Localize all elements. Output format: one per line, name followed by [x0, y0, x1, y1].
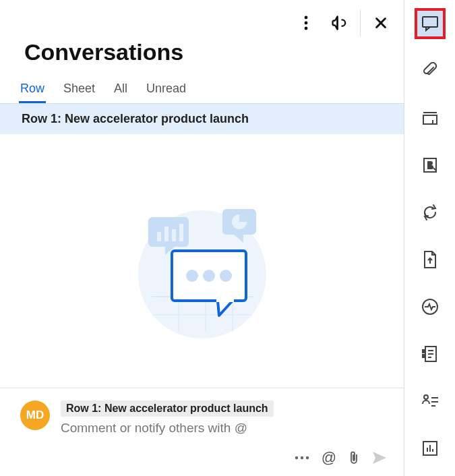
svg-rect-10 — [172, 229, 176, 241]
summary-icon — [421, 345, 439, 363]
svg-rect-11 — [179, 224, 183, 241]
sidebar-resource-button[interactable] — [415, 386, 446, 417]
chart-icon — [421, 440, 439, 457]
tab-unread[interactable]: Unread — [146, 78, 186, 102]
svg-rect-33 — [423, 115, 437, 124]
sidebar-activity-button[interactable] — [415, 291, 446, 322]
selected-row-banner[interactable]: Row 1: New accelerator product launch — [0, 103, 404, 134]
upload-file-icon — [422, 250, 438, 269]
svg-point-23 — [186, 270, 198, 282]
tab-sheet[interactable]: Sheet — [63, 78, 95, 102]
sidebar-summary-button[interactable] — [415, 338, 446, 369]
svg-point-0 — [305, 16, 308, 20]
sidebar-comments-button[interactable] — [415, 8, 446, 39]
attach-file-button[interactable] — [348, 450, 359, 465]
svg-point-24 — [203, 270, 215, 282]
mention-button[interactable]: @ — [322, 449, 336, 467]
svg-rect-9 — [164, 227, 169, 241]
svg-rect-8 — [157, 232, 161, 241]
activity-icon — [421, 298, 439, 316]
kebab-icon — [304, 16, 308, 30]
composer-more-button[interactable] — [295, 455, 309, 460]
send-icon — [371, 450, 388, 465]
svg-rect-30 — [423, 17, 437, 27]
sidebar-attachments-button[interactable] — [415, 55, 446, 86]
sidebar-upload-button[interactable] — [415, 244, 446, 275]
empty-conversation-illustration — [118, 183, 286, 352]
svg-point-43 — [424, 395, 428, 399]
conversation-tabs: Row Sheet All Unread — [0, 78, 404, 103]
comment-input[interactable] — [61, 421, 388, 436]
page-title: Conversations — [0, 36, 404, 78]
header-actions — [0, 0, 404, 36]
send-button[interactable] — [371, 450, 388, 465]
close-button[interactable] — [367, 9, 394, 36]
svg-marker-29 — [373, 452, 386, 464]
svg-point-2 — [305, 27, 308, 30]
composer-row-chip[interactable]: Row 1: New accelerator product launch — [61, 400, 274, 417]
tab-all[interactable]: All — [114, 78, 127, 102]
svg-rect-42 — [423, 355, 425, 357]
conversations-panel: Conversations Row Sheet All Unread Row 1… — [0, 0, 404, 476]
user-avatar: MD — [20, 400, 50, 430]
resource-icon — [421, 394, 439, 409]
composer-toolbar: @ — [20, 436, 388, 467]
sidebar-proofs-button[interactable] — [415, 102, 446, 133]
comment-composer: MD Row 1: New accelerator product launch… — [0, 388, 404, 476]
svg-point-28 — [305, 456, 308, 459]
svg-point-1 — [305, 22, 308, 25]
svg-point-27 — [300, 456, 303, 459]
proofs-icon — [421, 110, 439, 126]
paperclip-icon — [348, 450, 359, 465]
svg-point-26 — [295, 456, 297, 459]
divider — [360, 9, 361, 36]
ellipsis-icon — [295, 455, 309, 460]
svg-marker-31 — [426, 27, 430, 30]
refresh-icon — [421, 204, 439, 221]
sidebar-refresh-button[interactable] — [415, 197, 446, 228]
right-sidebar — [404, 0, 455, 476]
sidebar-chart-button[interactable] — [415, 433, 446, 464]
svg-rect-22 — [216, 297, 234, 302]
svg-rect-41 — [423, 350, 425, 353]
svg-point-25 — [220, 270, 232, 282]
megaphone-icon — [330, 13, 349, 32]
comment-icon — [421, 16, 439, 32]
empty-state — [0, 134, 404, 388]
sidebar-brandfolder-button[interactable] — [415, 150, 446, 181]
announcements-button[interactable] — [326, 9, 353, 36]
attachments-icon — [421, 62, 439, 80]
more-options-button[interactable] — [293, 9, 320, 36]
tab-row[interactable]: Row — [20, 78, 44, 102]
brandfolder-icon — [421, 156, 439, 174]
close-icon — [373, 16, 388, 30]
